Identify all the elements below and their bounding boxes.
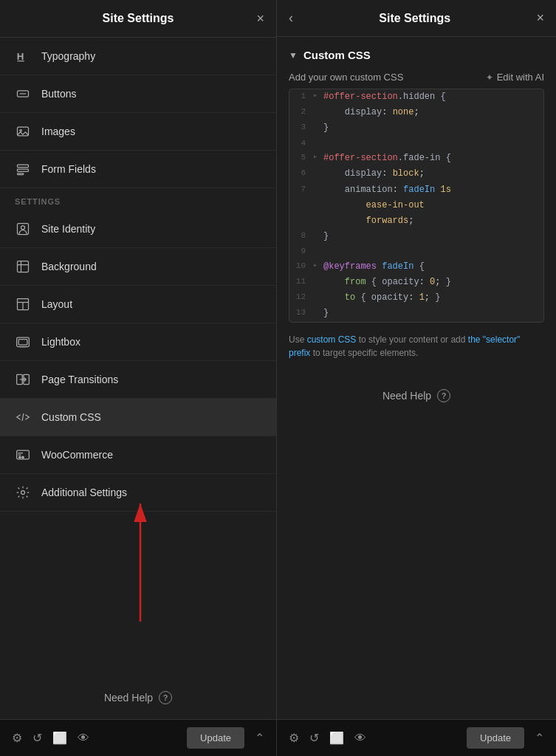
custom-css-icon [15, 409, 31, 425]
hint-link-custom-css[interactable]: custom CSS [307, 334, 357, 345]
right-panel-title: Site Settings [302, 12, 527, 25]
left-nav-list: H Typography Buttons Images Fo [0, 38, 276, 676]
update-button-left[interactable]: Update [187, 727, 244, 749]
hint-text: Use custom CSS to style your content or … [289, 333, 544, 360]
nav-item-form-fields[interactable]: Form Fields [0, 151, 276, 188]
back-button[interactable]: ‹ [289, 10, 293, 26]
layout-icon [15, 296, 31, 312]
svg-rect-9 [18, 169, 29, 171]
woocommerce-icon [15, 447, 31, 463]
nav-item-additional-settings[interactable]: Additional Settings [0, 474, 276, 512]
right-close-button[interactable]: × [536, 10, 544, 26]
typography-icon: H [15, 48, 31, 64]
nav-item-images[interactable]: Images [0, 113, 276, 151]
svg-rect-8 [18, 165, 29, 167]
right-panel-header: ‹ Site Settings × [277, 0, 556, 37]
background-label: Background [41, 261, 97, 272]
buttons-icon [15, 86, 31, 102]
left-close-button[interactable]: × [256, 11, 264, 27]
code-line-11: 11 from { opacity: 0; } [289, 275, 543, 290]
help-circle-right-icon: ? [437, 389, 450, 402]
help-circle-left-icon: ? [159, 691, 172, 704]
code-line-3: 3 } [289, 120, 543, 136]
page-transitions-icon [15, 371, 31, 388]
code-line-5: 5 ▸ #offer-section.fade-in { [289, 151, 543, 166]
svg-point-27 [21, 491, 25, 495]
code-line-7: 7 animation: fadeIn 1s [289, 182, 543, 198]
desktop-icon-left[interactable]: ⬜ [52, 731, 67, 745]
history-icon-right[interactable]: ↺ [309, 731, 319, 745]
nav-item-page-transitions[interactable]: Page Transitions [0, 361, 276, 399]
nav-item-buttons[interactable]: Buttons [0, 75, 276, 113]
need-help-left-label: Need Help [104, 692, 153, 704]
typography-label: Typography [41, 50, 95, 62]
code-line-12: 12 to { opacity: 1; } [289, 290, 543, 306]
additional-settings-label: Additional Settings [41, 487, 127, 498]
site-identity-label: Site Identity [41, 223, 95, 235]
nav-item-woocommerce[interactable]: WooCommerce [0, 436, 276, 474]
collapse-arrow-icon: ▼ [289, 50, 298, 61]
svg-text:H: H [17, 51, 24, 62]
buttons-label: Buttons [41, 88, 76, 100]
nav-item-background[interactable]: Background [0, 248, 276, 286]
lightbox-icon [15, 334, 31, 350]
svg-point-7 [20, 130, 21, 132]
nav-item-typography[interactable]: H Typography [0, 38, 276, 75]
woocommerce-label: WooCommerce [41, 449, 113, 461]
eye-icon-right[interactable]: 👁 [354, 732, 366, 745]
custom-css-label: Custom CSS [41, 411, 101, 423]
svg-rect-13 [18, 261, 29, 272]
lightbox-label: Lightbox [41, 336, 80, 348]
left-panel-title: Site Settings [103, 12, 174, 25]
additional-settings-icon [15, 484, 31, 501]
code-line-6: 6 display: block; [289, 166, 543, 182]
right-bottom-toolbar: ⚙ ↺ ⬜ 👁 Update ⌃ [277, 719, 556, 756]
images-icon [15, 123, 31, 140]
hint-after: to target specific elements. [310, 348, 418, 358]
code-line-7b: ease-in-out [289, 198, 543, 213]
code-line-10: 10 ▸ @keyframes fadeIn { [289, 259, 543, 275]
settings-icon-right[interactable]: ⚙ [289, 731, 299, 745]
left-panel: Site Settings × H Typography Buttons [0, 0, 277, 756]
settings-section-label: SETTINGS [0, 188, 276, 210]
nav-item-site-identity[interactable]: Site Identity [0, 210, 276, 248]
chevron-up-icon-left[interactable]: ⌃ [255, 731, 264, 745]
page-transitions-label: Page Transitions [41, 374, 118, 385]
nav-item-layout[interactable]: Layout [0, 286, 276, 323]
eye-icon-left[interactable]: 👁 [78, 732, 89, 745]
left-need-help[interactable]: Need Help ? [0, 676, 276, 719]
need-help-right-label: Need Help [382, 390, 431, 402]
chevron-up-icon-right[interactable]: ⌃ [535, 731, 544, 745]
edit-ai-label: Edit with AI [497, 72, 544, 83]
nav-item-lightbox[interactable]: Lightbox [0, 323, 276, 361]
form-fields-icon [15, 161, 31, 177]
svg-point-25 [19, 456, 21, 458]
code-line-13: 13 } [289, 306, 543, 321]
images-label: Images [41, 126, 75, 137]
svg-rect-10 [18, 173, 24, 175]
custom-css-editor[interactable]: 1 ▸ #offer-section.hidden { 2 display: n… [289, 89, 544, 323]
code-line-4: 4 [289, 137, 543, 151]
history-icon-left[interactable]: ↺ [32, 731, 42, 745]
right-panel: ‹ Site Settings × ▼ Custom CSS Add your … [277, 0, 556, 756]
nav-item-custom-css[interactable]: Custom CSS [0, 399, 276, 436]
svg-point-12 [21, 226, 25, 230]
code-line-2: 2 display: none; [289, 105, 543, 120]
background-icon [15, 258, 31, 275]
settings-icon-left[interactable]: ⚙ [12, 731, 22, 745]
edit-with-ai-button[interactable]: ✦ Edit with AI [486, 72, 544, 83]
desktop-icon-right[interactable]: ⬜ [329, 731, 344, 745]
code-line-9: 9 [289, 244, 543, 259]
right-content: ▼ Custom CSS Add your own custom CSS ✦ E… [277, 37, 556, 719]
add-css-label: Add your own custom CSS [289, 72, 403, 83]
ai-sparkle-icon: ✦ [486, 72, 493, 83]
code-line-8: 8 } [289, 229, 543, 244]
left-panel-header: Site Settings × [0, 0, 276, 38]
site-identity-icon [15, 221, 31, 237]
svg-point-26 [22, 456, 24, 458]
update-button-right[interactable]: Update [467, 727, 524, 749]
left-bottom-toolbar: ⚙ ↺ ⬜ 👁 Update ⌃ [0, 719, 276, 756]
right-need-help[interactable]: Need Help ? [289, 374, 544, 417]
form-fields-label: Form Fields [41, 163, 96, 175]
hint-before: Use [289, 334, 307, 345]
